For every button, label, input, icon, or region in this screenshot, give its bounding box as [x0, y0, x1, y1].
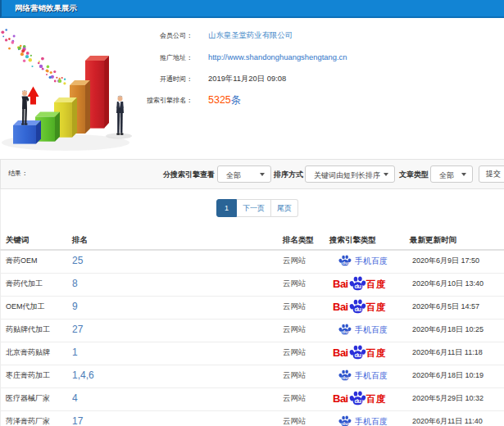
svg-text:du: du — [354, 283, 361, 290]
svg-text:du: du — [342, 374, 348, 379]
svg-text:du: du — [354, 351, 361, 359]
svg-text:du: du — [342, 260, 348, 265]
svg-text:du: du — [354, 306, 361, 313]
svg-text:du: du — [342, 328, 348, 333]
svg-text:du: du — [342, 419, 348, 425]
svg-text:du: du — [354, 397, 361, 405]
